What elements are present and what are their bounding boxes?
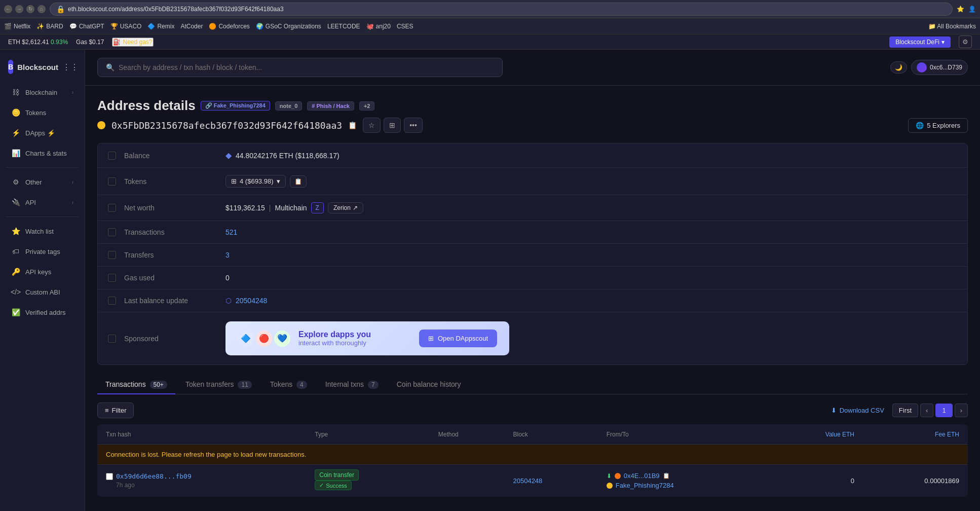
prev-page-button[interactable]: ‹ xyxy=(920,404,933,417)
sidebar-item-watchlist[interactable]: ⭐ Watch list xyxy=(3,222,82,241)
bookmark-usaco[interactable]: 🏆 USACO xyxy=(110,23,142,30)
phishing-tag[interactable]: 🔗 Fake_Phishing7284 xyxy=(201,101,270,111)
search-bar[interactable]: 🔍 xyxy=(97,58,503,77)
need-gas-button[interactable]: ⛽ Need gas? xyxy=(112,38,153,47)
home-button[interactable]: ⌂ xyxy=(37,5,46,13)
row-checkbox[interactable] xyxy=(106,473,113,480)
transactions-link[interactable]: 521 xyxy=(225,228,237,236)
reload-button[interactable]: ↻ xyxy=(26,5,34,13)
sidebar-item-verified[interactable]: ✅ Verified addrs xyxy=(3,303,82,322)
bookmark-all[interactable]: 📁 All Bookmarks xyxy=(928,23,976,30)
more-button[interactable]: ••• xyxy=(404,118,423,133)
grid-menu-button[interactable]: ⋮⋮ xyxy=(62,62,79,72)
chevron-down-icon: ▾ xyxy=(277,177,280,185)
note-tag[interactable]: note_0 xyxy=(275,101,302,111)
theme-toggle-button[interactable]: 🌙 xyxy=(890,61,907,74)
download-csv-button[interactable]: ⬇ Download CSV xyxy=(831,407,884,414)
star-button[interactable]: ☆ xyxy=(363,118,381,133)
open-dappscout-button[interactable]: ⊞ Open DAppscout xyxy=(419,330,497,347)
from-address-link[interactable]: 0x4E...01B9 xyxy=(624,472,660,480)
filter-icon: ≡ xyxy=(105,407,109,414)
transactions-row: Transactions 521 xyxy=(98,221,967,244)
tokens-checkbox[interactable] xyxy=(108,177,116,186)
back-button[interactable]: ← xyxy=(4,5,12,13)
to-row: Fake_Phishing7284 xyxy=(607,482,762,489)
zerion-button[interactable]: Zerion ↗ xyxy=(328,202,363,213)
bookmark-bard[interactable]: ✨ BARD xyxy=(36,23,63,30)
tab-internal-txns[interactable]: Internal txns 7 xyxy=(317,375,387,394)
bookmark-icon: 🎬 xyxy=(4,23,12,30)
sidebar-item-blockchain[interactable]: ⛓ Blockchain › xyxy=(3,83,82,102)
address-header: Address details 🔗 Fake_Phishing7284 note… xyxy=(97,98,968,133)
custom-abi-icon: </> xyxy=(11,287,20,297)
gas-used-checkbox[interactable] xyxy=(108,274,116,282)
more-tags[interactable]: +2 xyxy=(359,101,375,111)
logo-text: Blockscout xyxy=(17,63,58,71)
url-bar[interactable]: 🔒 eth.blockscout.com/address/0x5FbDB2315… xyxy=(50,3,953,16)
block-link[interactable]: 20504248 xyxy=(513,477,542,485)
bookmark-anj20[interactable]: 🐙 anj20 xyxy=(366,23,391,30)
forward-button[interactable]: → xyxy=(15,5,23,13)
block-link[interactable]: 20504248 xyxy=(236,297,267,305)
bookmark-cses[interactable]: CSES xyxy=(397,23,413,30)
gas-used-label: Gas used xyxy=(124,274,225,282)
tokens-dropdown[interactable]: ⊞ 4 ($693.98) ▾ xyxy=(225,175,286,188)
txn-hash-link[interactable]: 0x59d6d6ee88...fb09 xyxy=(116,472,192,480)
sponsored-checkbox[interactable] xyxy=(108,335,116,343)
bookmark-codeforces[interactable]: 🟠 Codeforces xyxy=(209,23,249,30)
sidebar-item-other[interactable]: ⚙ Other › xyxy=(3,172,82,192)
dapp-icon-1: 🔷 xyxy=(238,331,254,347)
tab-transactions[interactable]: Transactions 50+ xyxy=(97,375,175,394)
balance-label: Balance xyxy=(124,152,225,160)
balance-checkbox[interactable] xyxy=(108,152,116,160)
address-action-btns: ☆ ⊞ ••• xyxy=(363,118,423,133)
bookmark-icon: 💬 xyxy=(69,23,77,30)
sidebar-item-api-keys[interactable]: 🔑 API keys xyxy=(3,262,82,281)
check-icon: ✓ xyxy=(319,482,324,489)
sidebar-item-api[interactable]: 🔌 API › xyxy=(3,193,82,212)
user-badge[interactable]: 0xc6...D739 xyxy=(911,60,968,75)
sponsored-banner: 🔷 🔴 💙 Explore dapps you interact with th… xyxy=(225,321,509,355)
sidebar-item-custom-abi[interactable]: </> Custom ABI xyxy=(3,282,82,302)
transactions-value: 521 xyxy=(225,228,957,236)
hack-tag[interactable]: # Phish / Hack xyxy=(307,101,354,111)
explorers-button[interactable]: 🌐 5 Explorers xyxy=(908,118,968,133)
tab-tokens[interactable]: Tokens 4 xyxy=(262,375,315,394)
copy-address-button[interactable]: 📋 xyxy=(348,121,357,129)
networth-checkbox[interactable] xyxy=(108,204,116,212)
copy-from-icon[interactable]: 📋 xyxy=(663,472,670,479)
to-address-link[interactable]: Fake_Phishing7284 xyxy=(616,482,674,489)
bookmark-netflix[interactable]: 🎬 Netflix xyxy=(4,23,30,30)
bookmark-leetcode[interactable]: LEETCODE xyxy=(327,23,360,30)
sidebar-item-dapps[interactable]: ⚡ DApps ⚡ xyxy=(3,123,82,142)
bookmark-atcoder[interactable]: AtCoder xyxy=(180,23,203,30)
tx-time: 7h ago xyxy=(106,482,298,489)
first-page-button[interactable]: First xyxy=(892,404,918,417)
tabs-container: Transactions 50+ Token transfers 11 Toke… xyxy=(97,375,968,394)
download-icon: ⬇ xyxy=(831,407,837,414)
blockscout-defi-button[interactable]: Blockscout DeFi ▾ xyxy=(889,36,951,48)
transfers-link[interactable]: 3 xyxy=(225,251,230,259)
tokens-copy-button[interactable]: 📋 xyxy=(290,175,307,188)
filter-button[interactable]: ≡ Filter xyxy=(97,403,134,418)
next-page-button[interactable]: › xyxy=(955,404,968,417)
sidebar-item-charts[interactable]: 📊 Charts & stats xyxy=(3,143,82,163)
qr-button[interactable]: ⊞ xyxy=(384,118,401,133)
sidebar-item-tokens[interactable]: 🪙 Tokens xyxy=(3,103,82,122)
tab-token-transfers[interactable]: Token transfers 11 xyxy=(177,375,260,394)
balance-value: ◆ 44.80242176 ETH ($118,668.17) xyxy=(225,151,957,160)
transactions-checkbox[interactable] xyxy=(108,228,116,236)
current-page-button[interactable]: 1 xyxy=(935,404,952,417)
bookmark-gsoc[interactable]: 🌍 GSoC Organizations xyxy=(256,23,321,30)
url-search-icon: 🔒 xyxy=(56,5,65,13)
multichain-badge: Ζ xyxy=(311,202,324,213)
transfers-checkbox[interactable] xyxy=(108,251,116,259)
last-balance-checkbox[interactable] xyxy=(108,297,116,305)
sidebar-item-private-tags[interactable]: 🏷 Private tags xyxy=(3,242,82,261)
tab-coin-balance-history[interactable]: Coin balance history xyxy=(389,375,469,394)
sponsored-label: Sponsored xyxy=(124,335,225,343)
bookmark-chatgpt[interactable]: 💬 ChatGPT xyxy=(69,23,104,30)
bookmark-remix[interactable]: 🔷 Remix xyxy=(147,23,174,30)
settings-button[interactable]: ⚙ xyxy=(959,35,972,48)
search-input[interactable] xyxy=(119,63,494,71)
